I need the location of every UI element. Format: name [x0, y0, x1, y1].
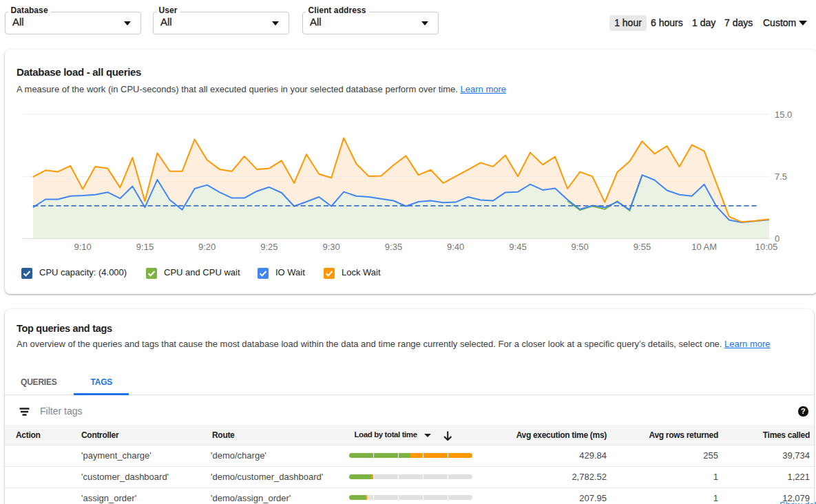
svg-text:7.5: 7.5 — [775, 171, 787, 182]
svg-text:9:15: 9:15 — [136, 242, 154, 252]
svg-text:9:50: 9:50 — [572, 242, 589, 252]
svg-text:9:30: 9:30 — [323, 242, 340, 252]
svg-text:15.0: 15.0 — [775, 109, 792, 120]
svg-text:9:10: 9:10 — [74, 242, 92, 252]
svg-text:9:35: 9:35 — [385, 242, 402, 252]
svg-text:9:40: 9:40 — [447, 242, 464, 252]
svg-text:9:55: 9:55 — [634, 242, 651, 252]
svg-text:9:25: 9:25 — [260, 242, 278, 252]
svg-text:10:05: 10:05 — [755, 242, 778, 252]
svg-text:9:45: 9:45 — [509, 242, 526, 252]
svg-text:9:20: 9:20 — [198, 242, 216, 252]
svg-text:10 AM: 10 AM — [691, 242, 717, 252]
